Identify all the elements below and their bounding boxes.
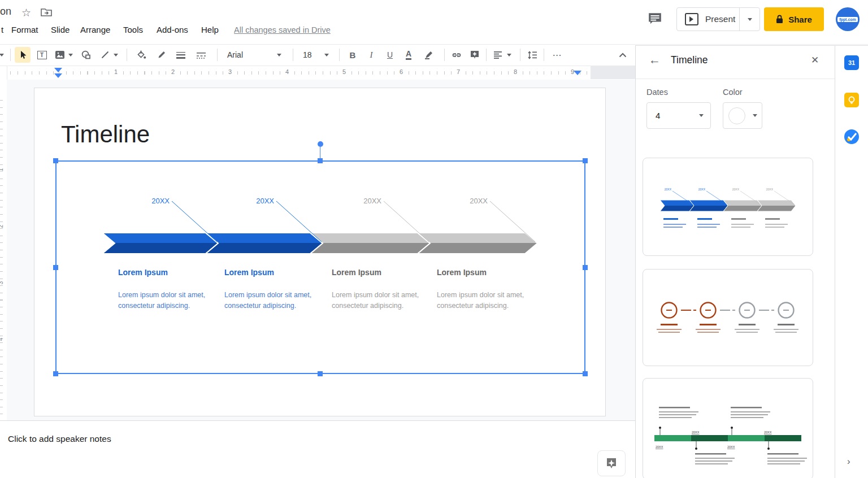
ruler-number: 7 bbox=[455, 68, 462, 75]
selection-bounding-box[interactable] bbox=[55, 160, 585, 374]
toolbar: T Arial 18 bbox=[0, 45, 635, 66]
keep-icon[interactable] bbox=[844, 93, 859, 107]
side-panel-strip: 31 › bbox=[835, 45, 868, 478]
template-circles-preview bbox=[643, 270, 811, 364]
move-folder-icon[interactable] bbox=[41, 8, 52, 19]
menu-tools[interactable]: Tools bbox=[123, 25, 143, 34]
present-label: Present bbox=[705, 14, 735, 24]
image-dropdown[interactable] bbox=[67, 47, 75, 63]
google-slides-app: on ☆ t Format Slide Arrange Tools Add-on… bbox=[0, 0, 868, 478]
line-icon bbox=[101, 50, 110, 59]
rotation-handle[interactable] bbox=[318, 141, 323, 147]
left-indent-marker[interactable] bbox=[54, 73, 62, 78]
left-margin-marker[interactable] bbox=[54, 68, 62, 72]
vruler-number: 3 bbox=[0, 281, 4, 285]
resize-handle-sw[interactable] bbox=[53, 371, 58, 376]
resize-handle-s[interactable] bbox=[318, 371, 323, 376]
explore-button[interactable] bbox=[597, 450, 626, 476]
panel-title: Timeline bbox=[671, 54, 708, 66]
avatar[interactable]: fppt.com bbox=[836, 7, 860, 31]
ruler-number: 5 bbox=[341, 68, 348, 75]
more-icon: ⋯ bbox=[553, 50, 562, 60]
align-dropdown[interactable] bbox=[505, 47, 513, 63]
border-color-button[interactable] bbox=[154, 47, 170, 63]
zoom-dropdown-partial[interactable] bbox=[0, 47, 7, 63]
border-weight-button[interactable] bbox=[173, 47, 189, 63]
mini-greek-text bbox=[657, 324, 798, 333]
share-button[interactable]: Share bbox=[764, 7, 824, 31]
mini-year: 20XX bbox=[727, 445, 735, 449]
mini-year: 20XX bbox=[732, 188, 740, 191]
tasks-icon[interactable] bbox=[844, 129, 859, 144]
font-size-value: 18 bbox=[303, 50, 312, 59]
menu-help[interactable]: Help bbox=[201, 25, 219, 34]
star-icon[interactable]: ☆ bbox=[21, 6, 31, 19]
timeline-template-arrows[interactable]: 20XX 20XX 20XX 20XX bbox=[643, 158, 813, 256]
vruler-number: 2 bbox=[0, 225, 4, 228]
insert-image-button[interactable] bbox=[54, 47, 66, 63]
mini-year: 20XX bbox=[766, 188, 774, 191]
italic-button[interactable]: I bbox=[363, 47, 379, 63]
bold-icon: B bbox=[350, 50, 356, 60]
color-select[interactable] bbox=[723, 102, 762, 129]
resize-handle-w[interactable] bbox=[53, 265, 58, 270]
collapse-side-panel-chevron[interactable]: › bbox=[847, 456, 850, 467]
font-size-select[interactable]: 18 bbox=[298, 47, 332, 63]
underline-icon: U bbox=[387, 50, 393, 59]
speaker-notes-placeholder[interactable]: Click to add speaker notes bbox=[8, 434, 111, 444]
font-family-select[interactable]: Arial bbox=[224, 47, 286, 63]
document-title-partial[interactable]: on bbox=[0, 6, 11, 18]
header: on ☆ t Format Slide Arrange Tools Add-on… bbox=[0, 0, 868, 45]
insert-link-button[interactable] bbox=[449, 47, 465, 63]
text-color-button[interactable]: A bbox=[401, 47, 416, 63]
select-tool-button[interactable] bbox=[15, 47, 31, 63]
resize-handle-ne[interactable] bbox=[583, 158, 588, 163]
resize-handle-n[interactable] bbox=[318, 158, 323, 163]
underline-button[interactable]: U bbox=[382, 47, 398, 63]
ruler-ticks bbox=[7, 71, 597, 75]
close-icon[interactable]: ✕ bbox=[811, 54, 819, 66]
menu-addons[interactable]: Add-ons bbox=[157, 25, 188, 34]
menu-item-partial[interactable]: t bbox=[1, 25, 3, 34]
add-comment-icon bbox=[470, 50, 480, 60]
slide[interactable]: Timeline bbox=[34, 88, 606, 416]
menu-format[interactable]: Format bbox=[11, 25, 38, 34]
bold-button[interactable]: B bbox=[345, 47, 361, 63]
add-comment-button[interactable] bbox=[467, 47, 483, 63]
present-button[interactable]: Present bbox=[676, 7, 760, 31]
more-options-button[interactable]: ⋯ bbox=[549, 47, 565, 63]
ruler-number: 3 bbox=[227, 68, 233, 75]
line-dropdown[interactable] bbox=[112, 47, 120, 63]
hide-menus-button[interactable] bbox=[615, 47, 631, 63]
comments-icon[interactable] bbox=[648, 12, 662, 28]
line-spacing-button[interactable] bbox=[524, 47, 540, 63]
resize-handle-nw[interactable] bbox=[53, 158, 58, 163]
link-icon bbox=[451, 50, 462, 59]
resize-handle-se[interactable] bbox=[583, 371, 588, 376]
lock-icon bbox=[776, 15, 783, 24]
mini-year: 20XX bbox=[656, 445, 663, 449]
back-arrow-icon[interactable]: ← bbox=[649, 53, 661, 67]
highlight-button[interactable] bbox=[421, 47, 437, 63]
present-dropdown[interactable] bbox=[739, 8, 760, 31]
line-tool-button[interactable] bbox=[97, 47, 113, 63]
fill-color-button[interactable] bbox=[133, 47, 149, 63]
calendar-icon[interactable]: 31 bbox=[844, 55, 859, 70]
textbox-tool-button[interactable]: T bbox=[34, 47, 50, 63]
border-dash-button[interactable] bbox=[193, 47, 209, 63]
dates-value: 4 bbox=[656, 111, 660, 120]
shape-tool-button[interactable] bbox=[78, 47, 94, 63]
timeline-template-green-bar[interactable]: 20XX 20XX 20XX 20XX bbox=[643, 378, 813, 478]
dates-select[interactable]: 4 bbox=[646, 102, 711, 129]
italic-icon: I bbox=[370, 50, 373, 60]
timeline-template-circles[interactable] bbox=[643, 269, 813, 366]
mini-year: 20XX bbox=[692, 431, 700, 434]
align-button[interactable] bbox=[491, 47, 505, 63]
image-icon bbox=[55, 50, 65, 59]
menu-arrange[interactable]: Arrange bbox=[80, 25, 110, 34]
save-status[interactable]: All changes saved in Drive bbox=[234, 25, 331, 34]
mini-greek-text bbox=[663, 218, 788, 228]
resize-handle-e[interactable] bbox=[583, 265, 588, 270]
menu-slide[interactable]: Slide bbox=[51, 25, 70, 34]
right-margin-marker[interactable] bbox=[574, 71, 581, 75]
